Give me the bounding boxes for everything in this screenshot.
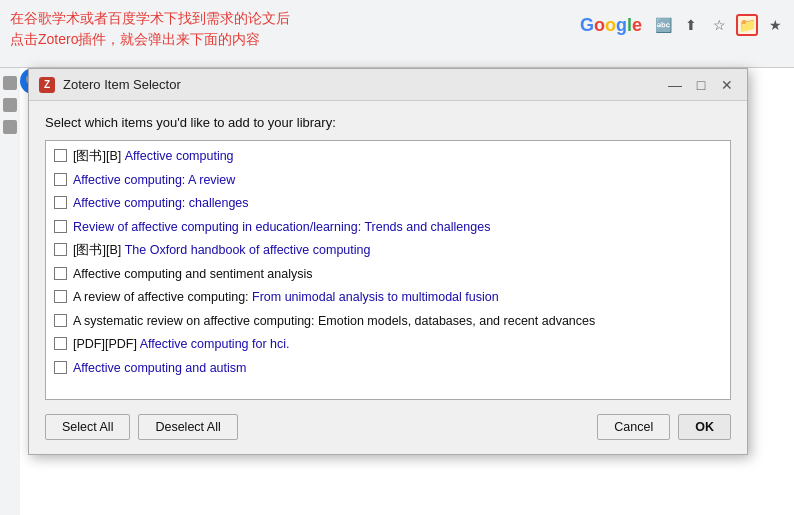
list-item[interactable]: A systematic review on affective computi… <box>52 310 724 334</box>
toolbar-icons: Google 🔤 ⬆ ☆ 📁 ★ <box>580 14 786 36</box>
minimize-button[interactable]: — <box>665 75 685 95</box>
browser-bar: 在谷歌学术或者百度学术下找到需求的论文后 点击Zotero插件，就会弹出来下面的… <box>0 0 794 68</box>
title-bar-controls: — □ ✕ <box>665 75 737 95</box>
ok-button[interactable]: OK <box>678 414 731 440</box>
item-checkbox-9[interactable] <box>54 337 67 350</box>
list-item[interactable]: A review of affective computing: From un… <box>52 286 724 310</box>
zotero-dialog: Z Zotero Item Selector — □ ✕ Select whic… <box>28 68 748 455</box>
item-checkbox-2[interactable] <box>54 173 67 186</box>
cancel-button[interactable]: Cancel <box>597 414 670 440</box>
list-item[interactable]: Affective computing and sentiment analys… <box>52 263 724 287</box>
bookmark-icon[interactable]: ☆ <box>708 14 730 36</box>
list-item[interactable]: [图书][B] The Oxford handbook of affective… <box>52 239 724 263</box>
list-item[interactable]: Affective computing: A review <box>52 169 724 193</box>
sidebar-dot-3 <box>3 120 17 134</box>
item-checkbox-8[interactable] <box>54 314 67 327</box>
zotero-icon[interactable]: 📁 <box>736 14 758 36</box>
item-label-10: Affective computing and autism <box>73 360 246 378</box>
item-checkbox-5[interactable] <box>54 243 67 256</box>
item-label-4: Review of affective computing in educati… <box>73 219 490 237</box>
dialog-title-bar: Z Zotero Item Selector — □ ✕ <box>29 69 747 101</box>
sidebar <box>0 68 20 515</box>
items-list[interactable]: [图书][B] Affective computing Affective co… <box>45 140 731 400</box>
item-checkbox-10[interactable] <box>54 361 67 374</box>
item-label-3: Affective computing: challenges <box>73 195 249 213</box>
item-label-2: Affective computing: A review <box>73 172 235 190</box>
item-label-7: A review of affective computing: From un… <box>73 289 499 307</box>
item-label-1: [图书][B] Affective computing <box>73 148 234 166</box>
dialog-prompt: Select which items you'd like to add to … <box>45 115 731 130</box>
maximize-button[interactable]: □ <box>691 75 711 95</box>
sidebar-dot-2 <box>3 98 17 112</box>
list-item[interactable]: Affective computing: challenges <box>52 192 724 216</box>
item-checkbox-4[interactable] <box>54 220 67 233</box>
select-all-button[interactable]: Select All <box>45 414 130 440</box>
item-label-5: [图书][B] The Oxford handbook of affective… <box>73 242 370 260</box>
item-label-9: [PDF][PDF] Affective computing for hci. <box>73 336 290 354</box>
annotation-text: 在谷歌学术或者百度学术下找到需求的论文后 点击Zotero插件，就会弹出来下面的… <box>10 8 290 50</box>
translate-icon[interactable]: 🔤 <box>652 14 674 36</box>
close-button[interactable]: ✕ <box>717 75 737 95</box>
sidebar-dot <box>3 76 17 90</box>
item-checkbox-7[interactable] <box>54 290 67 303</box>
item-label-6: Affective computing and sentiment analys… <box>73 266 312 284</box>
right-button-group: Cancel OK <box>597 414 731 440</box>
list-item[interactable]: Affective computing and autism <box>52 357 724 381</box>
item-checkbox-1[interactable] <box>54 149 67 162</box>
dialog-buttons: Select All Deselect All Cancel OK <box>45 414 731 440</box>
google-icon: Google <box>580 15 642 36</box>
list-item[interactable]: [PDF][PDF] Affective computing for hci. <box>52 333 724 357</box>
extensions-icon[interactable]: ★ <box>764 14 786 36</box>
share-icon[interactable]: ⬆ <box>680 14 702 36</box>
list-item[interactable]: Review of affective computing in educati… <box>52 216 724 240</box>
item-label-8: A systematic review on affective computi… <box>73 313 595 331</box>
deselect-all-button[interactable]: Deselect All <box>138 414 237 440</box>
item-checkbox-3[interactable] <box>54 196 67 209</box>
dialog-title: Zotero Item Selector <box>63 77 665 92</box>
left-button-group: Select All Deselect All <box>45 414 238 440</box>
list-item[interactable]: [图书][B] Affective computing <box>52 145 724 169</box>
dialog-content: Select which items you'd like to add to … <box>29 101 747 454</box>
zotero-logo: Z <box>39 77 55 93</box>
item-checkbox-6[interactable] <box>54 267 67 280</box>
